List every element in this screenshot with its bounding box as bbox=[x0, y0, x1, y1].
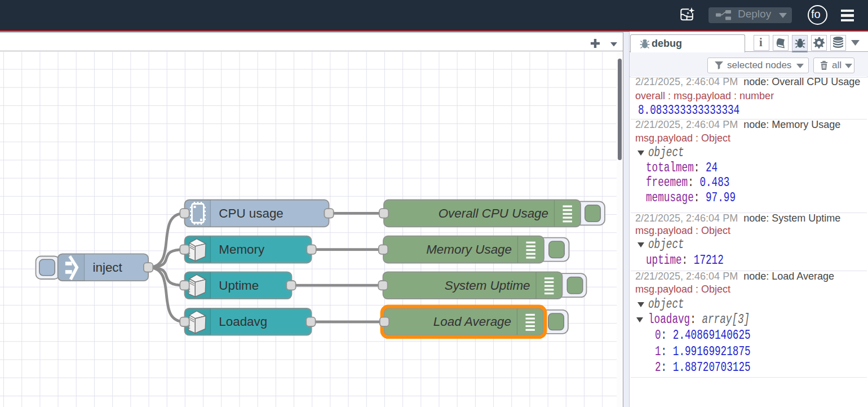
svg-text:Memory Usage: Memory Usage bbox=[426, 242, 512, 256]
svg-text:Uptime: Uptime bbox=[219, 278, 259, 293]
svg-text:Overall CPU Usage: Overall CPU Usage bbox=[439, 206, 548, 220]
svg-text:Memory: Memory bbox=[219, 242, 265, 256]
svg-text:Load Average: Load Average bbox=[433, 315, 511, 329]
svg-text:System Uptime: System Uptime bbox=[445, 278, 530, 293]
svg-text:inject: inject bbox=[93, 260, 123, 275]
svg-text:Loadavg: Loadavg bbox=[219, 315, 267, 329]
svg-text:CPU usage: CPU usage bbox=[219, 206, 284, 220]
